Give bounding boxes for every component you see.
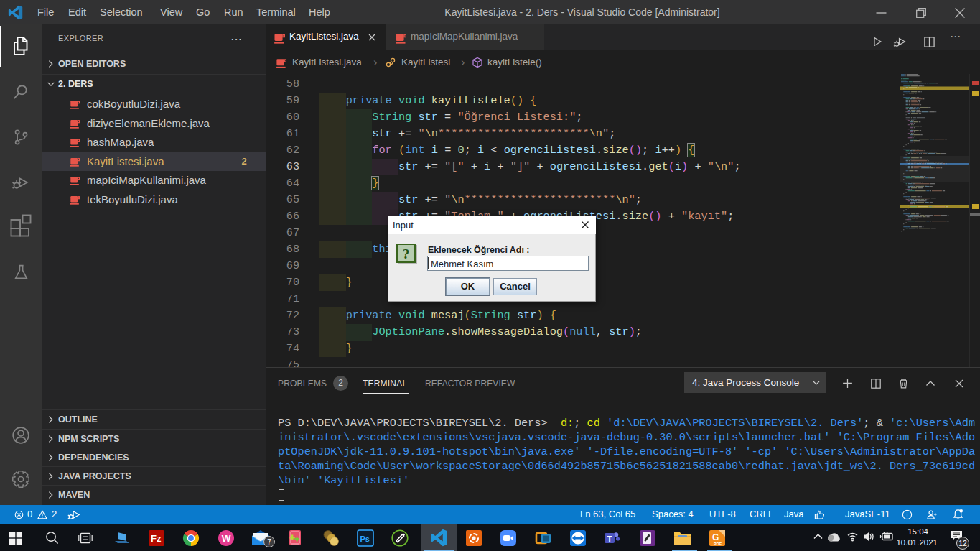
svg-text:W: W <box>222 533 231 544</box>
svg-text:Fz: Fz <box>151 533 162 544</box>
svg-text:PDF: PDF <box>714 542 722 546</box>
svg-text:T: T <box>607 534 612 543</box>
svg-text:Ps: Ps <box>360 534 370 543</box>
